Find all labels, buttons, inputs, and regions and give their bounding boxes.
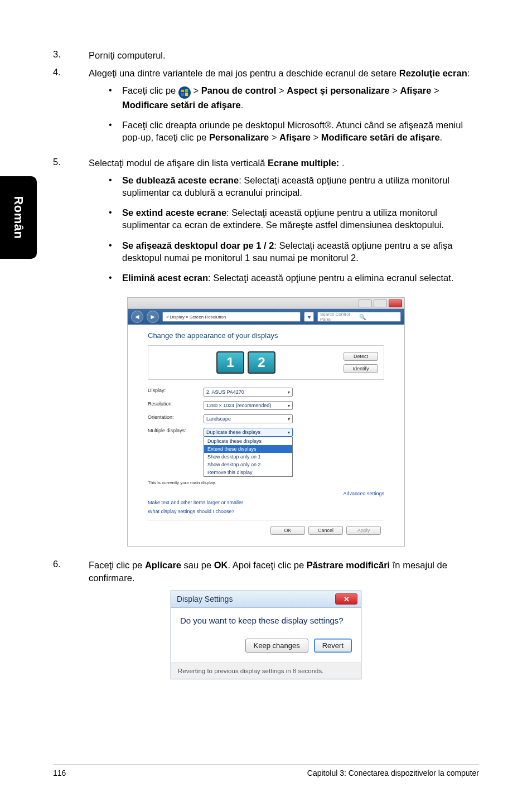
apply-button[interactable]: Apply [346,526,381,535]
cancel-button[interactable]: Cancel [308,526,343,535]
display-combo[interactable]: 2. ASUS PA4270▾ [204,388,293,397]
svg-rect-0 [181,89,184,91]
step-4-bullet-1: Faceţi clic pe > Panou de control > Aspe… [107,84,479,111]
step-3-body: Porniţi computerul. [89,49,479,61]
step-5-bullet-4: Elimină acest ecran: Selectaţi această o… [107,272,479,284]
dropdown-option[interactable]: Extend these displays [204,445,292,453]
resolution-label: Resolution: [148,401,198,410]
revert-button[interactable]: Revert [314,639,352,653]
currently-text: This is currently your main display. [148,480,384,485]
step-3-number: 3. [53,49,89,61]
breadcrumb[interactable]: « Display » Screen Resolution [162,312,301,322]
window-heading: Change the appearance of your displays [148,331,384,340]
dialog-title: Display Settings [177,595,233,603]
orientation-combo[interactable]: Landscape▾ [204,414,293,423]
minimize-button[interactable] [359,299,372,307]
step-5-bullet-2: Se extind aceste ecrane: Selectaţi aceas… [107,206,479,231]
chapter-title: Capitolul 3: Conectarea dispozitivelor l… [307,769,479,777]
explorer-navbar: ◄ ► « Display » Screen Resolution ▾ Sear… [128,309,404,325]
dialog-footer: Reverting to previous display settings i… [171,663,361,679]
orientation-label: Orientation: [148,414,198,423]
close-button[interactable]: ✕ [335,593,357,605]
step-6-number: 6. [53,559,89,584]
search-input[interactable]: Search Control Panel🔍 [317,312,401,322]
svg-rect-2 [181,93,184,95]
dialog-question: Do you want to keep these display settin… [180,616,352,625]
windows-start-icon [178,86,191,99]
multiple-displays-dropdown: Duplicate these displays Extend these di… [204,437,293,477]
ok-button[interactable]: OK [270,526,305,535]
step-4: 4. Alegeţi una dintre variantele de mai … [53,67,479,151]
maximize-button[interactable] [374,299,387,307]
detect-button[interactable]: Detect [344,352,378,361]
chevron-down-icon: ▾ [288,403,290,408]
step-5-number: 5. [53,157,89,292]
dropdown-option[interactable]: Show desktop only on 1 [204,453,292,461]
step-6-body: Faceţi clic pe Aplicare sau pe OK. Apoi … [89,559,479,584]
step-5-intro: Selectaţi modul de afişare din lista ver… [89,157,479,169]
display-settings-dialog: Display Settings ✕ Do you want to keep t… [171,591,361,679]
step-5-bullet-3: Se afişează desktopul doar pe 1 / 2: Sel… [107,239,479,264]
chevron-down-icon: ▾ [288,390,290,395]
forward-icon[interactable]: ► [147,311,159,323]
step-4-intro: Alegeţi una dintre variantele de mai jos… [89,67,479,79]
back-icon[interactable]: ◄ [131,311,143,323]
text-size-link[interactable]: Make text and other items larger or smal… [148,500,384,505]
search-icon: 🔍 [359,314,398,320]
side-language-tab: Român [0,176,37,259]
page-number: 116 [53,769,66,777]
side-language-label: Român [11,196,26,239]
resolution-combo[interactable]: 1280 × 1024 (recommended)▾ [204,401,293,410]
step-4-bullet-2: Faceţi clic dreapta oriunde pe desktopul… [107,119,479,144]
step-4-number: 4. [53,67,89,151]
dropdown-option[interactable]: Duplicate these displays [204,437,292,445]
multiple-displays-label: Multiple displays: [148,428,198,437]
monitor-2[interactable]: 2 [248,351,275,374]
page-footer: 116 Capitolul 3: Conectarea dispozitivel… [53,765,479,777]
dropdown-option[interactable]: Remove this display [204,468,292,476]
dialog-titlebar: Display Settings ✕ [171,591,361,608]
step-5: 5. Selectaţi modul de afişare din lista … [53,157,479,292]
chevron-down-icon: ▾ [288,430,290,435]
multiple-displays-combo[interactable]: Duplicate these displays▾ [204,428,293,437]
display-label: Display: [148,388,198,397]
svg-rect-1 [185,89,188,91]
screen-resolution-window: ◄ ► « Display » Screen Resolution ▾ Sear… [127,297,405,547]
advanced-settings-link[interactable]: Advanced settings [148,491,384,496]
close-button[interactable] [389,299,402,307]
refresh-icon[interactable]: ▾ [304,312,314,322]
dropdown-option[interactable]: Show desktop only on 2 [204,461,292,468]
step-3: 3. Porniţi computerul. [53,49,479,61]
chevron-down-icon: ▾ [288,417,290,422]
step-6: 6. Faceţi clic pe Aplicare sau pe OK. Ap… [53,559,479,584]
keep-changes-button[interactable]: Keep changes [245,639,308,653]
step-5-bullet-1: Se dublează aceste ecrane: Selectaţi ace… [107,174,479,199]
help-link[interactable]: What display settings should I choose? [148,509,384,514]
identify-button[interactable]: Identify [344,364,378,373]
monitor-1[interactable]: 1 [216,351,244,374]
svg-rect-3 [185,93,188,96]
window-titlebar [128,298,404,309]
